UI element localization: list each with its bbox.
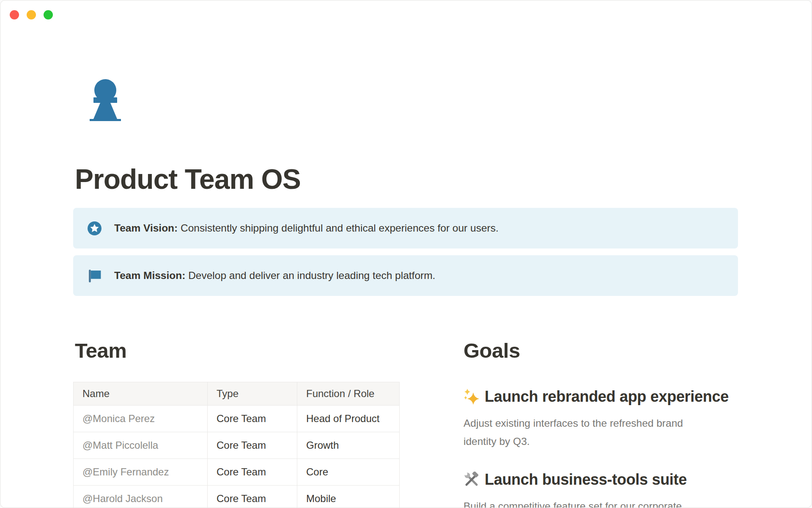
table-cell[interactable]: Head of Product xyxy=(297,406,400,432)
app-window: Product Team OS Team Vision: Consistentl… xyxy=(0,0,812,508)
sparkles-icon xyxy=(464,389,480,405)
goal-item-title: Launch business-tools suite xyxy=(464,470,738,490)
team-table: Name Type Function / Role @Monica Perez … xyxy=(73,382,400,508)
team-column: Team Name Type Function / Role @Monica P… xyxy=(73,338,399,508)
goal-description: Adjust existing interfaces to the refres… xyxy=(464,414,738,450)
goal-title-text: Launch business-tools suite xyxy=(485,470,687,490)
pawn-icon xyxy=(87,79,123,122)
table-row: @Monica Perez Core Team Head of Product xyxy=(74,406,400,432)
page-content: Product Team OS Team Vision: Consistentl… xyxy=(0,79,812,508)
mention-link[interactable]: @Emily Fernandez xyxy=(74,459,208,486)
mention-link[interactable]: @Monica Perez xyxy=(74,406,208,432)
column-header-type[interactable]: Type xyxy=(208,382,297,406)
hammer-wrench-icon xyxy=(464,472,480,488)
team-heading: Team xyxy=(75,338,399,363)
goals-heading: Goals xyxy=(464,338,738,363)
minimize-button[interactable] xyxy=(27,10,36,19)
table-cell[interactable]: Core Team xyxy=(208,432,297,459)
table-header-row: Name Type Function / Role xyxy=(74,382,400,406)
goals-column: Goals Launch rebranded app experience Ad… xyxy=(464,338,738,508)
page-title: Product Team OS xyxy=(75,165,738,194)
callout-body: Develop and deliver an industry leading … xyxy=(185,270,435,281)
table-cell[interactable]: Growth xyxy=(297,432,400,459)
column-header-name[interactable]: Name xyxy=(74,382,208,406)
callout-text: Team Vision: Consistently shipping delig… xyxy=(114,221,499,235)
close-button[interactable] xyxy=(10,10,19,19)
callout-team-vision: Team Vision: Consistently shipping delig… xyxy=(73,208,738,248)
table-cell[interactable]: Core xyxy=(297,459,400,486)
table-cell[interactable]: Core Team xyxy=(208,459,297,486)
table-row: @Harold Jackson Core Team Mobile xyxy=(74,486,400,508)
table-cell[interactable]: Mobile xyxy=(297,486,400,508)
callout-text: Team Mission: Develop and deliver an ind… xyxy=(114,268,435,283)
callout-label: Team Vision: xyxy=(114,222,178,234)
mention-link[interactable]: @Matt Piccolella xyxy=(74,432,208,459)
goal-description: Build a competitive feature set for our … xyxy=(464,497,738,508)
callout-body: Consistently shipping delightful and eth… xyxy=(178,222,499,234)
table-cell[interactable]: Core Team xyxy=(208,486,297,508)
table-row: @Emily Fernandez Core Team Core xyxy=(74,459,400,486)
zoom-button[interactable] xyxy=(44,10,53,19)
mention-link[interactable]: @Harold Jackson xyxy=(74,486,208,508)
page-icon-button[interactable] xyxy=(87,79,123,122)
callout-team-mission: Team Mission: Develop and deliver an ind… xyxy=(73,255,738,296)
callout-label: Team Mission: xyxy=(114,270,185,281)
two-column-layout: Team Name Type Function / Role @Monica P… xyxy=(73,338,738,508)
goal-title-text: Launch rebranded app experience xyxy=(485,387,729,407)
flag-icon xyxy=(88,269,102,283)
table-cell[interactable]: Core Team xyxy=(208,406,297,432)
goal-item-title: Launch rebranded app experience xyxy=(464,387,738,407)
star-circle-icon xyxy=(88,221,102,235)
table-row: @Matt Piccolella Core Team Growth xyxy=(74,432,400,459)
column-header-function[interactable]: Function / Role xyxy=(297,382,400,406)
traffic-lights xyxy=(10,10,53,19)
